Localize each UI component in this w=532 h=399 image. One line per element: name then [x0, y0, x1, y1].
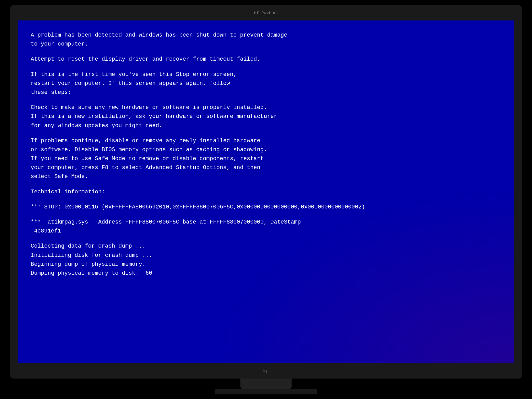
bsod-section-8: *** atikmpag.sys - Address FFFFF88007006…: [31, 218, 501, 236]
monitor-stand: [240, 379, 292, 389]
monitor: HP Pavilion A problem has been detected …: [10, 5, 522, 379]
bsod-screen: A problem has been detected and windows …: [18, 20, 514, 363]
bsod-line-7: *** STOP: 0x00000116 (0xFFFFFFA800669201…: [31, 203, 501, 212]
monitor-bottom-bar: hp: [10, 366, 522, 376]
bsod-line-4: Check to make sure any new hardware or s…: [31, 103, 501, 130]
bsod-section-4: Check to make sure any new hardware or s…: [31, 103, 501, 130]
bsod-section-7: *** STOP: 0x00000116 (0xFFFFFFA800669201…: [31, 203, 501, 212]
bsod-section-5: If problems continue, disable or remove …: [31, 136, 501, 181]
bsod-section-2: Attempt to reset the display driver and …: [31, 55, 501, 64]
bsod-section-1: A problem has been detected and windows …: [31, 31, 501, 49]
monitor-base: [215, 389, 317, 394]
bsod-line-2: Attempt to reset the display driver and …: [31, 55, 501, 64]
bsod-line-1: A problem has been detected and windows …: [31, 31, 501, 49]
bsod-line-5: If problems continue, disable or remove …: [31, 136, 501, 181]
monitor-logo-top: HP Pavilion: [254, 11, 278, 15]
bsod-section-3: If this is the first time you've seen th…: [31, 70, 501, 97]
monitor-top-bar: HP Pavilion: [10, 8, 522, 18]
bsod-line-6: Technical information:: [31, 187, 501, 196]
bsod-section-9: Collecting data for crash dump ... Initi…: [31, 242, 501, 278]
bsod-line-8: *** atikmpag.sys - Address FFFFF88007006…: [31, 218, 501, 236]
monitor-logo-bottom: hp: [263, 368, 269, 374]
bsod-content: A problem has been detected and windows …: [18, 20, 514, 363]
bsod-section-6: Technical information:: [31, 187, 501, 196]
bsod-line-3: If this is the first time you've seen th…: [31, 70, 501, 97]
bsod-line-9: Collecting data for crash dump ... Initi…: [31, 242, 501, 278]
